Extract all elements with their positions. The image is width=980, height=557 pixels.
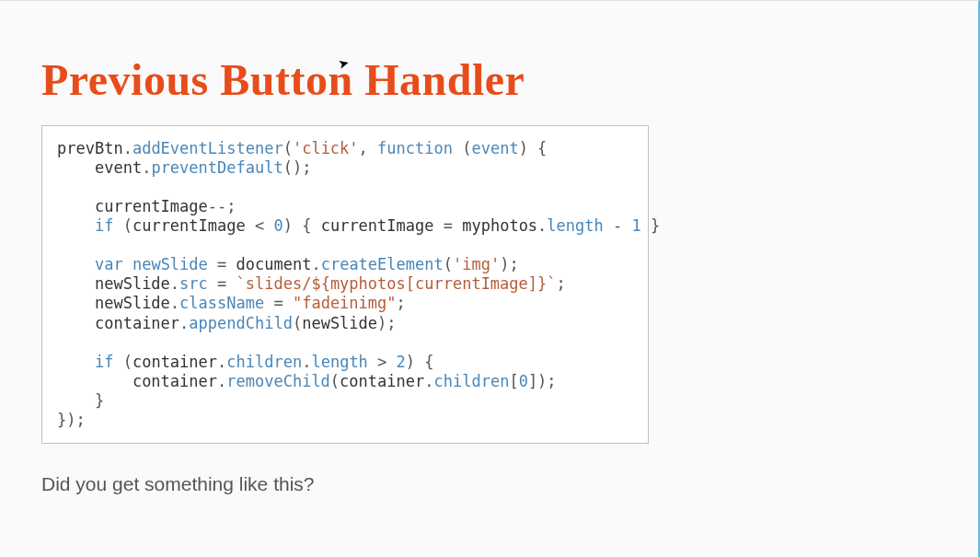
code-token-punct: . [424, 372, 433, 390]
code-token-method: src [179, 274, 208, 293]
code-token-method: length [547, 216, 603, 235]
code-token-ident: event [95, 158, 142, 177]
code-token-punct: = [208, 274, 236, 293]
code-token-string: "fadeinimg" [293, 294, 397, 312]
code-token-punct: = [434, 216, 463, 235]
code-token-punct: ( [293, 314, 302, 332]
code-token-keyword: if [95, 353, 113, 371]
code-token-punct: . [170, 274, 179, 293]
code-token-punct: ]); [528, 372, 557, 390]
code-token-punct: ) { [283, 216, 321, 235]
code-token-punct: ( [453, 139, 471, 157]
code-token-punct: . [311, 255, 320, 273]
code-token-param: newSlide [133, 255, 208, 273]
code-block: prevBtn.addEventListener('click', functi… [41, 125, 649, 444]
code-token-punct: . [302, 353, 311, 371]
code-token-ident: myphotos [462, 216, 537, 235]
code-token-ident: container [133, 353, 217, 371]
code-token-punct: . [217, 372, 226, 390]
code-token-method: length [311, 353, 367, 371]
code-token-number: 0 [519, 372, 528, 390]
code-token-method: preventDefault [151, 158, 282, 177]
code-token-punct: ; [397, 294, 406, 312]
code-token-punct: } [95, 391, 104, 410]
code-token-punct: . [142, 158, 151, 177]
code-token-punct: ( [283, 139, 293, 157]
code-token-method: removeChild [226, 372, 330, 390]
code-token-ident: prevBtn [57, 139, 123, 157]
code-token-ident: currentImage [321, 216, 434, 235]
code-token-method: addEventListener [133, 139, 283, 157]
code-token-ident: currentImage [95, 197, 208, 215]
code-token-punct: . [537, 216, 547, 235]
code-token-punct: ) { [406, 353, 434, 371]
code-token-ident: newSlide [95, 274, 170, 293]
code-token-punct: }); [57, 411, 86, 429]
code-token-punct: ); [500, 255, 518, 273]
code-token-method: className [179, 294, 264, 312]
code-token-punct: ( [330, 372, 340, 390]
slide-title: Previous Button Handler [41, 56, 937, 105]
code-token-method: children [226, 353, 302, 371]
code-token-punct [123, 255, 133, 273]
code-token-ident: newSlide [95, 294, 170, 312]
code-token-punct: < [246, 216, 274, 235]
code-token-method: children [433, 372, 509, 390]
code-token-punct: = [208, 255, 236, 273]
code-token-string: 'img' [453, 255, 500, 273]
code-token-punct: ); [377, 314, 396, 332]
code-token-punct: . [179, 314, 189, 332]
code-token-ident: container [95, 314, 179, 332]
code-token-punct: > [368, 353, 397, 371]
code-token-punct: (); [283, 158, 312, 177]
code-token-punct: , [359, 139, 377, 157]
code-token-punct: - [604, 216, 632, 235]
code-token-punct: = [264, 294, 293, 312]
code-token-keyword: var [95, 255, 123, 273]
code-token-keyword: if [95, 216, 113, 235]
code-token-string: 'click' [293, 139, 359, 157]
code-token-ident: currentImage [133, 216, 246, 235]
code-token-punct: [ [509, 372, 518, 390]
code-token-method: createElement [321, 255, 444, 273]
code-token-punct: ) { [519, 139, 548, 157]
code-token-punct: --; [208, 197, 236, 215]
code-token-ident: container [340, 372, 424, 390]
code-token-punct: ; [557, 274, 566, 293]
code-token-ident: newSlide [302, 314, 377, 332]
slide-caption: Did you get something like this? [41, 473, 937, 495]
code-token-number: 0 [273, 216, 282, 235]
code-token-method: appendChild [189, 314, 293, 332]
code-token-ident: document [236, 255, 312, 273]
code-token-param: event [471, 139, 518, 157]
code-token-keyword: function [377, 139, 453, 157]
code-token-string: `slides/${myphotos[currentImage]}` [236, 274, 557, 293]
code-token-punct: } [641, 216, 660, 235]
code-token-punct: ( [113, 353, 132, 371]
code-token-punct: . [170, 294, 179, 312]
code-token-ident: container [133, 372, 217, 390]
code-token-punct: . [123, 139, 133, 157]
code-token-punct: . [217, 353, 226, 371]
code-token-punct: ( [444, 255, 453, 273]
code-token-number: 2 [397, 353, 406, 371]
code-token-punct: ( [113, 216, 132, 235]
code-token-number: 1 [632, 216, 641, 235]
